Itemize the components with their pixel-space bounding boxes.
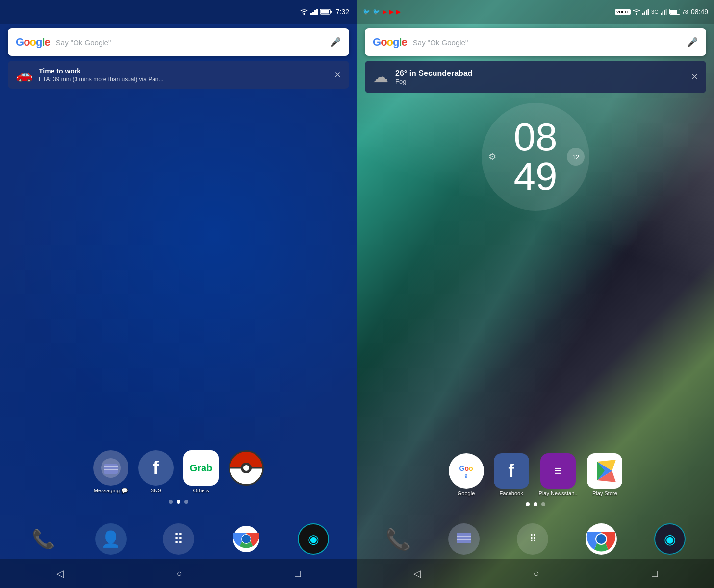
left-mic-icon[interactable]: 🎤 bbox=[330, 36, 341, 48]
right-search-placeholder: Say "Ok Google" bbox=[413, 38, 681, 47]
right-status-bar: 🐦 🐦 ▶ ▶ ▶ VOLTE 3G bbox=[357, 0, 714, 24]
weather-card: ☁ 26° in Secunderabad Fog ✕ bbox=[365, 61, 706, 93]
svg-rect-19 bbox=[646, 10, 647, 15]
notif-text: Time to work ETA: 39 min (3 mins more th… bbox=[39, 67, 328, 83]
back-button-right[interactable]: ◁ bbox=[408, 563, 426, 584]
google-label: Google bbox=[458, 490, 475, 496]
play-store-svg bbox=[593, 460, 616, 482]
notif-body: ETA: 39 min (3 mins more than usual) via… bbox=[39, 76, 328, 83]
weather-cloud-icon: ☁ bbox=[373, 68, 388, 86]
notification-card: 🚗 Time to work ETA: 39 min (3 mins more … bbox=[8, 61, 349, 89]
chrome-right-svg bbox=[586, 523, 617, 555]
weather-close-btn[interactable]: ✕ bbox=[691, 72, 698, 82]
sns-app[interactable]: f SNS bbox=[138, 450, 174, 494]
facebook-app[interactable]: f Facebook bbox=[494, 453, 529, 496]
youtube-icon-3: ▶ bbox=[396, 8, 401, 15]
chrome-right-dock-icon[interactable] bbox=[586, 523, 617, 555]
3g-label: 3G bbox=[651, 9, 659, 15]
home-button-right[interactable]: ○ bbox=[528, 563, 544, 584]
sns-icon: f bbox=[138, 450, 174, 486]
dot-3 bbox=[184, 500, 188, 504]
svg-rect-1 bbox=[310, 13, 312, 15]
phone-dock-icon[interactable]: 📞 bbox=[28, 523, 59, 555]
right-status-icons-right: VOLTE 3G 78 bbox=[615, 8, 708, 16]
svg-rect-24 bbox=[665, 9, 667, 15]
msg-icon-svg bbox=[100, 457, 122, 479]
play-news-app[interactable]: ≡ Play Newsstan.. bbox=[539, 453, 578, 496]
svg-rect-7 bbox=[321, 10, 329, 14]
left-time: 7:32 bbox=[336, 8, 349, 16]
back-button-left[interactable]: ◁ bbox=[51, 563, 69, 584]
others-app[interactable]: Grab Others bbox=[183, 450, 219, 494]
home-button-left[interactable]: ○ bbox=[171, 563, 187, 584]
grab-icon: Grab bbox=[183, 450, 219, 486]
msg-right-dock-icon[interactable] bbox=[448, 523, 480, 555]
notif-title: Time to work bbox=[39, 67, 328, 75]
left-status-icons: 7:32 bbox=[300, 8, 349, 16]
right-phone: 🐦 🐦 ▶ ▶ ▶ VOLTE 3G bbox=[357, 0, 714, 588]
signal-icon-right bbox=[642, 9, 649, 15]
left-app-row: Messaging 💬 f SNS Grab Others bbox=[0, 450, 357, 494]
signal-icon-right2 bbox=[661, 9, 667, 15]
right-page-dots bbox=[357, 502, 714, 506]
contacts-dock-icon[interactable]: 👤 bbox=[95, 523, 127, 555]
play-store-icon bbox=[587, 453, 622, 489]
google-logo-right: Google bbox=[373, 36, 407, 49]
twitter-icon-2: 🐦 bbox=[373, 8, 380, 15]
clock-date: 12 bbox=[567, 148, 585, 166]
svg-rect-21 bbox=[661, 13, 662, 15]
recent-button-left[interactable]: □ bbox=[290, 563, 306, 584]
play-news-icon: ≡ bbox=[540, 453, 576, 489]
wifi-icon-right bbox=[633, 9, 640, 15]
clock-widget: ⚙ 08 49 12 bbox=[357, 103, 714, 211]
pokeball-app[interactable] bbox=[229, 450, 264, 494]
recent-button-right[interactable]: □ bbox=[647, 563, 663, 584]
signal-icon bbox=[310, 8, 318, 15]
notif-close-btn[interactable]: ✕ bbox=[334, 70, 341, 80]
phone-right-icon[interactable]: 📞 bbox=[385, 527, 411, 551]
svg-rect-2 bbox=[312, 12, 314, 15]
play-store-app[interactable]: Play Store bbox=[587, 453, 622, 496]
left-phone: 7:32 Google Say "Ok Google" 🎤 🚗 Time to … bbox=[0, 0, 357, 588]
chrome-dock-icon[interactable] bbox=[230, 523, 262, 555]
right-dock: 📞 ⠿ ◉ bbox=[357, 519, 714, 559]
svg-rect-20 bbox=[648, 9, 649, 15]
volte-badge: VOLTE bbox=[615, 9, 631, 15]
weather-temp: 26° in Secunderabad bbox=[395, 69, 473, 78]
svg-rect-22 bbox=[662, 12, 663, 15]
svg-rect-4 bbox=[316, 9, 318, 15]
messaging-label: Messaging 💬 bbox=[94, 488, 128, 494]
dot-2 bbox=[177, 500, 180, 504]
wifi-icon bbox=[300, 8, 308, 15]
google-icon: Goog bbox=[449, 453, 484, 489]
camera-right-dock-icon[interactable]: ◉ bbox=[654, 523, 686, 555]
left-status-bar: 7:32 bbox=[0, 0, 357, 24]
dot-1 bbox=[169, 500, 173, 504]
chrome-icon-svg bbox=[233, 526, 259, 552]
left-google-bar[interactable]: Google Say "Ok Google" 🎤 bbox=[8, 28, 349, 56]
clock-hour: 08 bbox=[514, 118, 558, 157]
fb-icon: f bbox=[494, 453, 529, 489]
msg-dock-svg bbox=[456, 531, 472, 547]
right-nav-bar: ◁ ○ □ bbox=[357, 559, 714, 588]
messaging-app[interactable]: Messaging 💬 bbox=[93, 450, 128, 494]
moto-camera-dock-icon[interactable]: ◉ bbox=[298, 523, 329, 555]
sns-label: SNS bbox=[151, 488, 162, 493]
apps-right-dock-icon[interactable]: ⠿ bbox=[517, 523, 548, 555]
rdot-3 bbox=[541, 502, 545, 506]
pokeball-icon bbox=[229, 450, 264, 486]
battery-right bbox=[669, 9, 680, 15]
twitter-icon-1: 🐦 bbox=[363, 8, 370, 15]
svg-rect-18 bbox=[644, 12, 646, 15]
clock-settings-icon[interactable]: ⚙ bbox=[488, 151, 496, 162]
svg-point-15 bbox=[242, 535, 251, 543]
svg-point-34 bbox=[596, 534, 606, 544]
google-app[interactable]: Goog Google bbox=[449, 453, 484, 496]
svg-rect-17 bbox=[642, 13, 644, 15]
clock-circle: ⚙ 08 49 12 bbox=[482, 103, 589, 211]
battery-icon bbox=[320, 8, 332, 15]
right-google-bar[interactable]: Google Say "Ok Google" 🎤 bbox=[365, 28, 706, 56]
svg-point-0 bbox=[303, 14, 305, 15]
apps-dock-icon[interactable]: ⠿ bbox=[163, 523, 194, 555]
right-mic-icon[interactable]: 🎤 bbox=[687, 36, 698, 48]
